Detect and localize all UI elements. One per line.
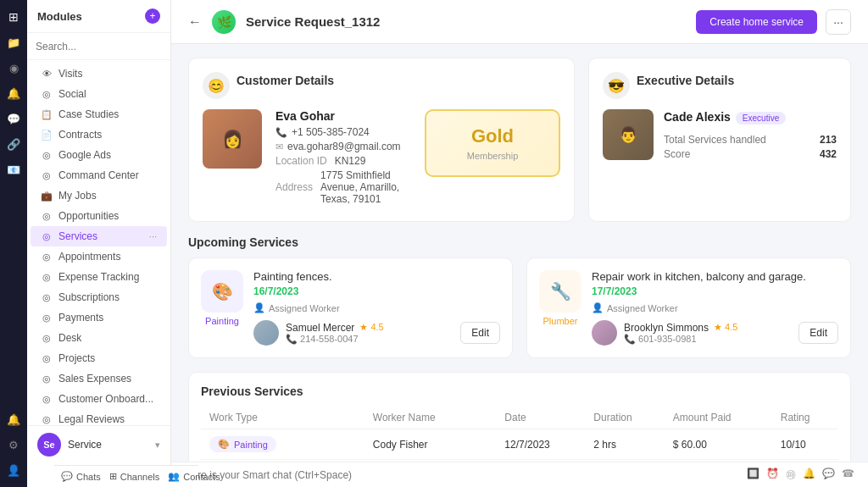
- sidebar-item-appointments[interactable]: ◎ Appointments: [31, 246, 167, 267]
- sidebar-item-label: Appointments: [58, 251, 120, 263]
- painting-service-info: Painting fences. 16/7/2023 👤 Assigned Wo…: [253, 270, 500, 346]
- sidebar-item-google-ads[interactable]: ◎ Google Ads: [31, 145, 167, 165]
- sidebar-item-projects[interactable]: ◎ Projects: [31, 348, 167, 368]
- sidebar-item-visits[interactable]: 👁 Visits: [31, 64, 167, 84]
- painting-type-label: Painting: [205, 316, 239, 326]
- service-card-plumber: 🔧 Plumber Repair work in kitchen, balcon…: [526, 257, 851, 358]
- payments-icon: ◎: [41, 313, 53, 324]
- bottom-bar-channels[interactable]: ⊞ Channels: [109, 471, 159, 482]
- exec-avatar: 👨: [603, 109, 654, 160]
- sidebar-item-contracts[interactable]: 📄 Contracts: [31, 125, 167, 145]
- chat-footer-icon-2[interactable]: ⏰: [766, 468, 779, 482]
- col-date: Date: [496, 407, 585, 429]
- customer-card-title: Customer Details: [236, 74, 334, 87]
- chat-footer-icon-6[interactable]: ☎: [842, 468, 854, 482]
- col-rating: Rating: [772, 407, 838, 429]
- sidebar-item-opportunities[interactable]: ◎ Opportunities: [31, 206, 167, 226]
- plumber-worker-rating: ★ 4.5: [714, 322, 737, 333]
- smart-chat-input[interactable]: [185, 469, 738, 481]
- customer-name: Eva Gohar: [275, 109, 411, 123]
- customer-phone: 📞 +1 505-385-7024: [275, 126, 411, 138]
- sidebar-item-label: Customer Onboard...: [58, 393, 153, 405]
- expense-tracking-icon: ◎: [41, 272, 53, 283]
- customer-location: Location ID KN129: [275, 155, 411, 167]
- worker-icon: 👤: [253, 302, 265, 313]
- painting-assigned-label: 👤 Assigned Worker: [253, 302, 500, 313]
- sidebar-item-desk[interactable]: ◎ Desk: [31, 328, 167, 348]
- sidebar-item-my-jobs[interactable]: 💼 My Jobs: [31, 185, 167, 206]
- membership-text: Gold: [471, 125, 514, 147]
- sidebar-footer-chevron-icon[interactable]: ▾: [155, 440, 160, 451]
- more-options-button[interactable]: ···: [826, 9, 851, 35]
- plumber-type-label: Plumber: [543, 316, 578, 326]
- exec-inner: 👨 Cade Alexis Executive Total Services h…: [603, 109, 837, 160]
- bottom-bar-chats[interactable]: 💬 Chats: [61, 471, 101, 482]
- icon-bar-bell[interactable]: 🔔: [3, 83, 24, 103]
- plumber-worker-avatar-img: [592, 320, 617, 346]
- icon-bar-mail[interactable]: 📧: [3, 159, 24, 180]
- sidebar-item-case-studies[interactable]: 📋 Case Studies: [31, 104, 167, 125]
- channels-icon: ⊞: [109, 471, 117, 482]
- sidebar-footer-avatar: Se: [37, 433, 61, 457]
- sidebar-search-input[interactable]: [36, 41, 162, 53]
- executive-card-title: Executive Details: [637, 74, 734, 87]
- services-more-icon[interactable]: ···: [149, 231, 157, 241]
- icon-bar-logo[interactable]: ⊞: [3, 7, 24, 27]
- icon-bar-chat[interactable]: 💬: [3, 108, 24, 129]
- icon-bar-link[interactable]: 🔗: [3, 134, 24, 154]
- row1-amount: $ 60.00: [665, 429, 772, 460]
- sidebar-item-customer-onboard[interactable]: ◎ Customer Onboard...: [31, 389, 167, 409]
- exec-stat-score: Score 432: [664, 148, 837, 160]
- customer-avatar-image: 👩: [203, 109, 262, 169]
- exec-avatar-image: 👨: [603, 109, 654, 160]
- sidebar-item-label: Projects: [58, 352, 95, 364]
- chat-footer-icon-1[interactable]: 🔲: [747, 468, 760, 482]
- visits-icon: 👁: [41, 69, 53, 79]
- header-actions: Create home service ···: [696, 9, 851, 35]
- sidebar-item-services[interactable]: ◎ Services ···: [31, 226, 167, 246]
- sidebar-item-social[interactable]: ◎ Social: [31, 84, 167, 104]
- sidebar-item-label: Case Studies: [58, 108, 119, 120]
- sidebar-title: Modules: [37, 10, 82, 23]
- icon-bar-notification[interactable]: 🔔: [3, 409, 24, 429]
- chat-footer-icon-4[interactable]: 🔔: [803, 468, 815, 482]
- upcoming-services-title: Upcoming Services: [188, 235, 851, 249]
- sidebar-item-subscriptions[interactable]: ◎ Subscriptions: [31, 287, 167, 307]
- sidebar-item-sales-expenses[interactable]: ◎ Sales Expenses: [31, 368, 167, 389]
- sidebar-item-label: Command Center: [58, 169, 139, 181]
- icon-bar-gear[interactable]: ⚙: [3, 434, 24, 455]
- executive-card: 😎 Executive Details 👨 Cade Alexis Execut…: [588, 58, 851, 222]
- bottom-bar-contacts[interactable]: 👥 Contacts: [168, 471, 220, 482]
- painting-service-icon: 🎨: [201, 270, 243, 313]
- painting-edit-button[interactable]: Edit: [460, 322, 500, 344]
- create-home-service-button[interactable]: Create home service: [696, 10, 817, 34]
- plumber-worker-info: Brooklyn Simmons ★ 4.5 📞 601-935-0981: [624, 322, 792, 345]
- sidebar-item-command-center[interactable]: ◎ Command Center: [31, 165, 167, 185]
- chat-footer-icon-5[interactable]: 💬: [822, 468, 835, 482]
- sidebar-item-legal-reviews[interactable]: ◎ Legal Reviews: [31, 409, 167, 425]
- chat-footer-icons: 🔲 ⏰ ㉺ 🔔 💬 ☎: [747, 468, 854, 482]
- icon-bar-circle[interactable]: ◉: [3, 58, 24, 78]
- icon-bar-folder[interactable]: 📁: [3, 32, 24, 53]
- sidebar-header: Modules +: [27, 0, 170, 33]
- plumber-service-name: Repair work in kitchen, balcony and gara…: [592, 270, 838, 283]
- sidebar-item-payments[interactable]: ◎ Payments: [31, 307, 167, 328]
- sidebar-item-expense-tracking[interactable]: ◎ Expense Tracking: [31, 267, 167, 287]
- sidebar-item-label: Opportunities: [58, 210, 119, 222]
- icon-bar: ⊞ 📁 ◉ 🔔 💬 🔗 📧 🔔 ⚙ 👤: [0, 0, 27, 487]
- back-button[interactable]: ←: [188, 14, 202, 30]
- icon-bar-user[interactable]: 👤: [3, 460, 24, 480]
- sidebar-add-button[interactable]: +: [145, 8, 160, 24]
- plumber-service-icon: 🔧: [539, 270, 581, 313]
- main-panel: ← 🌿 Service Request_1312 Create home ser…: [171, 0, 868, 487]
- plumber-worker-row: Brooklyn Simmons ★ 4.5 📞 601-935-0981 Ed…: [592, 320, 838, 346]
- upcoming-services-section: Upcoming Services 🎨 Painting Painting fe…: [188, 235, 851, 358]
- chat-footer-icon-3[interactable]: ㉺: [786, 468, 796, 482]
- executive-badge: Executive: [736, 112, 786, 125]
- plumber-edit-button[interactable]: Edit: [798, 322, 838, 344]
- sidebar-item-label: Contracts: [58, 129, 102, 141]
- sales-expenses-icon: ◎: [41, 374, 53, 385]
- customer-info: Eva Gohar 📞 +1 505-385-7024 ✉ eva.gohar8…: [275, 109, 411, 208]
- sidebar-item-label: Social: [58, 88, 86, 100]
- col-work-type: Work Type: [201, 407, 364, 429]
